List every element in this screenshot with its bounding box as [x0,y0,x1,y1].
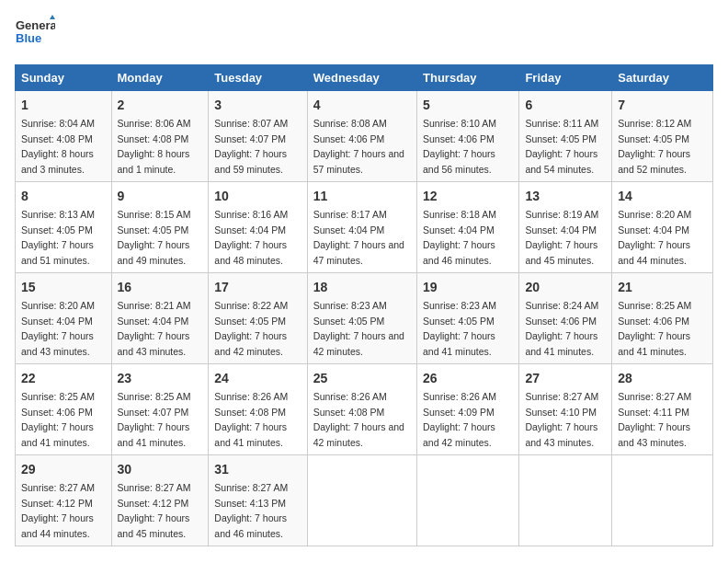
day-cell: 27Sunrise: 8:27 AMSunset: 4:10 PMDayligh… [519,364,612,455]
day-number: 28 [618,369,707,388]
week-row-5: 29Sunrise: 8:27 AMSunset: 4:12 PMDayligh… [16,455,713,546]
day-cell [417,455,519,546]
week-row-2: 8Sunrise: 8:13 AMSunset: 4:05 PMDaylight… [16,182,713,273]
cell-info: Sunrise: 8:22 AMSunset: 4:05 PMDaylight:… [214,300,288,357]
day-number: 16 [118,278,203,297]
cell-info: Sunrise: 8:07 AMSunset: 4:07 PMDaylight:… [214,118,288,175]
col-header-monday: Monday [111,65,209,91]
day-cell: 11Sunrise: 8:17 AMSunset: 4:04 PMDayligh… [307,182,416,273]
day-number: 8 [21,187,106,206]
cell-info: Sunrise: 8:18 AMSunset: 4:04 PMDaylight:… [423,209,496,266]
header: General Blue [15,15,713,55]
day-cell [612,455,713,546]
day-cell: 4Sunrise: 8:08 AMSunset: 4:06 PMDaylight… [307,91,416,182]
cell-info: Sunrise: 8:25 AMSunset: 4:06 PMDaylight:… [618,300,691,357]
day-number: 22 [21,369,106,388]
day-number: 14 [618,187,707,206]
col-header-sunday: Sunday [16,65,112,91]
day-number: 3 [214,96,301,115]
day-cell: 10Sunrise: 8:16 AMSunset: 4:04 PMDayligh… [209,182,307,273]
day-number: 24 [214,369,301,388]
cell-info: Sunrise: 8:27 AMSunset: 4:10 PMDaylight:… [525,391,598,448]
day-cell: 9Sunrise: 8:15 AMSunset: 4:05 PMDaylight… [111,182,209,273]
col-header-saturday: Saturday [612,65,713,91]
cell-info: Sunrise: 8:21 AMSunset: 4:04 PMDaylight:… [118,300,191,357]
cell-info: Sunrise: 8:20 AMSunset: 4:04 PMDaylight:… [21,300,95,357]
day-cell: 17Sunrise: 8:22 AMSunset: 4:05 PMDayligh… [209,273,307,364]
day-cell: 13Sunrise: 8:19 AMSunset: 4:04 PMDayligh… [519,182,612,273]
day-cell: 15Sunrise: 8:20 AMSunset: 4:04 PMDayligh… [16,273,112,364]
day-number: 2 [118,96,203,115]
col-header-tuesday: Tuesday [209,65,307,91]
day-cell: 29Sunrise: 8:27 AMSunset: 4:12 PMDayligh… [16,455,112,546]
cell-info: Sunrise: 8:26 AMSunset: 4:08 PMDaylight:… [313,391,404,448]
cell-info: Sunrise: 8:13 AMSunset: 4:05 PMDaylight:… [21,209,95,266]
cell-info: Sunrise: 8:15 AMSunset: 4:05 PMDaylight:… [118,209,191,266]
day-cell: 28Sunrise: 8:27 AMSunset: 4:11 PMDayligh… [612,364,713,455]
day-number: 5 [423,96,513,115]
col-header-thursday: Thursday [417,65,519,91]
cell-info: Sunrise: 8:19 AMSunset: 4:04 PMDaylight:… [525,209,598,266]
day-cell [519,455,612,546]
day-number: 10 [214,187,301,206]
col-header-friday: Friday [519,65,612,91]
header-row: SundayMondayTuesdayWednesdayThursdayFrid… [16,65,713,91]
day-cell: 5Sunrise: 8:10 AMSunset: 4:06 PMDaylight… [417,91,519,182]
day-number: 23 [118,369,203,388]
day-number: 27 [525,369,606,388]
svg-text:General: General [16,18,55,32]
cell-info: Sunrise: 8:26 AMSunset: 4:08 PMDaylight:… [214,391,288,448]
day-number: 30 [118,460,203,479]
cell-info: Sunrise: 8:10 AMSunset: 4:06 PMDaylight:… [423,118,496,175]
day-cell: 20Sunrise: 8:24 AMSunset: 4:06 PMDayligh… [519,273,612,364]
day-cell: 25Sunrise: 8:26 AMSunset: 4:08 PMDayligh… [307,364,416,455]
day-cell: 19Sunrise: 8:23 AMSunset: 4:05 PMDayligh… [417,273,519,364]
day-number: 15 [21,278,106,297]
day-number: 20 [525,278,606,297]
day-cell: 6Sunrise: 8:11 AMSunset: 4:05 PMDaylight… [519,91,612,182]
day-number: 4 [313,96,411,115]
cell-info: Sunrise: 8:27 AMSunset: 4:13 PMDaylight:… [214,482,288,539]
day-cell: 1Sunrise: 8:04 AMSunset: 4:08 PMDaylight… [16,91,112,182]
cell-info: Sunrise: 8:24 AMSunset: 4:06 PMDaylight:… [525,300,598,357]
day-cell: 16Sunrise: 8:21 AMSunset: 4:04 PMDayligh… [111,273,209,364]
week-row-1: 1Sunrise: 8:04 AMSunset: 4:08 PMDaylight… [16,91,713,182]
day-number: 25 [313,369,411,388]
cell-info: Sunrise: 8:12 AMSunset: 4:05 PMDaylight:… [618,118,691,175]
day-cell: 26Sunrise: 8:26 AMSunset: 4:09 PMDayligh… [417,364,519,455]
day-cell: 2Sunrise: 8:06 AMSunset: 4:08 PMDaylight… [111,91,209,182]
svg-marker-2 [50,15,55,19]
day-cell: 30Sunrise: 8:27 AMSunset: 4:12 PMDayligh… [111,455,209,546]
day-cell: 22Sunrise: 8:25 AMSunset: 4:06 PMDayligh… [16,364,112,455]
day-number: 17 [214,278,301,297]
cell-info: Sunrise: 8:23 AMSunset: 4:05 PMDaylight:… [423,300,496,357]
day-cell: 24Sunrise: 8:26 AMSunset: 4:08 PMDayligh… [209,364,307,455]
day-cell: 18Sunrise: 8:23 AMSunset: 4:05 PMDayligh… [307,273,416,364]
day-number: 9 [118,187,203,206]
day-cell: 3Sunrise: 8:07 AMSunset: 4:07 PMDaylight… [209,91,307,182]
cell-info: Sunrise: 8:25 AMSunset: 4:06 PMDaylight:… [21,391,95,448]
day-number: 13 [525,187,606,206]
week-row-4: 22Sunrise: 8:25 AMSunset: 4:06 PMDayligh… [16,364,713,455]
day-number: 19 [423,278,513,297]
day-number: 12 [423,187,513,206]
cell-info: Sunrise: 8:20 AMSunset: 4:04 PMDaylight:… [618,209,691,266]
cell-info: Sunrise: 8:08 AMSunset: 4:06 PMDaylight:… [313,118,404,175]
day-number: 29 [21,460,106,479]
day-cell: 8Sunrise: 8:13 AMSunset: 4:05 PMDaylight… [16,182,112,273]
day-cell: 21Sunrise: 8:25 AMSunset: 4:06 PMDayligh… [612,273,713,364]
cell-info: Sunrise: 8:27 AMSunset: 4:11 PMDaylight:… [618,391,691,448]
day-number: 21 [618,278,707,297]
cell-info: Sunrise: 8:27 AMSunset: 4:12 PMDaylight:… [118,482,191,539]
day-number: 26 [423,369,513,388]
cell-info: Sunrise: 8:16 AMSunset: 4:04 PMDaylight:… [214,209,288,266]
day-cell: 12Sunrise: 8:18 AMSunset: 4:04 PMDayligh… [417,182,519,273]
week-row-3: 15Sunrise: 8:20 AMSunset: 4:04 PMDayligh… [16,273,713,364]
day-cell [307,455,416,546]
day-number: 6 [525,96,606,115]
logo-svg: General Blue [15,15,55,55]
day-number: 1 [21,96,106,115]
day-cell: 31Sunrise: 8:27 AMSunset: 4:13 PMDayligh… [209,455,307,546]
day-number: 31 [214,460,301,479]
svg-text:Blue: Blue [16,31,41,45]
